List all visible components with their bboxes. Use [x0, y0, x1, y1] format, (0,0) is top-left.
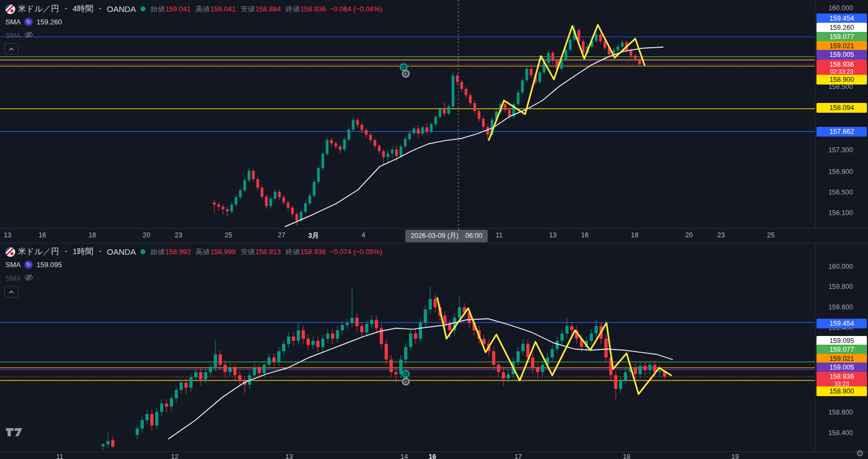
- change-value: −0.074 (−0.05%): [329, 248, 382, 256]
- indicator-row-sma-hidden[interactable]: SMA: [5, 274, 33, 283]
- price-axis-1h[interactable]: 160.000159.800159.600159.400158.600158.4…: [815, 243, 868, 451]
- interval-label[interactable]: 1時間: [73, 247, 93, 257]
- price-label-badge: 159.005: [816, 50, 867, 60]
- ohlc-item: 高値158.998: [195, 247, 235, 257]
- ohlc-values: 始値158.992高値158.998安値158.913終値158.936: [150, 247, 326, 257]
- market-open-dot: [141, 249, 145, 254]
- price-label-badge: 159.005: [816, 363, 867, 372]
- time-tick-label: 13: [4, 231, 11, 239]
- chart-pane-1h[interactable]: [0, 243, 815, 451]
- broker-label[interactable]: OANDA: [107, 247, 136, 256]
- broker-label[interactable]: OANDA: [107, 4, 136, 14]
- time-tick-label: 4: [362, 231, 366, 239]
- symbol-title[interactable]: 米ドル／円: [18, 4, 59, 14]
- crosshair-date-tooltip: 2026-03-09 (月) 06:00: [405, 230, 488, 242]
- time-tick-label: 12: [171, 453, 178, 459]
- time-tick-label: 18: [88, 231, 96, 239]
- time-tick-label: 18: [623, 453, 630, 459]
- price-label-badge: 159.077: [816, 345, 867, 354]
- change-value: −0.064 (−0.04%): [329, 5, 382, 13]
- sma-line[interactable]: [285, 47, 663, 227]
- price-tick-label: 159.600: [815, 302, 866, 312]
- alert-clock-icon[interactable]: [402, 370, 410, 378]
- price-axis-4h[interactable]: 160.000158.500157.300156.900156.500156.1…: [815, 0, 868, 228]
- price-tick-label: 160.000: [815, 262, 866, 271]
- indicator-row-sma-hidden[interactable]: SMA: [5, 31, 33, 40]
- price-label-badge: 157.662: [816, 127, 867, 137]
- price-tick-label: 158.400: [815, 428, 866, 438]
- tradingview-logo[interactable]: [5, 426, 24, 440]
- price-label-badge: 158.094: [816, 103, 867, 113]
- candles: [213, 25, 641, 226]
- price-tick-label: 156.100: [815, 208, 866, 218]
- time-tick-label: 3月: [308, 231, 318, 241]
- time-tick-label: 17: [514, 453, 522, 459]
- alert-clock-icon[interactable]: [402, 378, 410, 386]
- price-label-badge: 159.454: [816, 14, 867, 23]
- zigzag-drawing[interactable]: [489, 25, 644, 140]
- time-tick-label: 11: [56, 453, 63, 459]
- time-tick-label: 23: [717, 231, 725, 239]
- time-tick-label: 14: [400, 453, 408, 459]
- price-tick-label: 160.000: [815, 3, 866, 13]
- ohlc-item: 終値158.936: [285, 4, 326, 14]
- sma-source-icon[interactable]: ↻: [24, 18, 33, 26]
- chart-pane-4h[interactable]: [0, 0, 815, 228]
- time-tick-label: 13: [549, 231, 557, 239]
- gear-icon[interactable]: ⚙: [856, 448, 864, 458]
- time-tick-label: 18: [631, 231, 639, 239]
- usdjpy-flag-icon: [5, 4, 15, 14]
- ohlc-item: 終値158.936: [285, 247, 326, 257]
- time-tick-label: 20: [685, 231, 693, 239]
- ohlc-item: 安値158.884: [240, 4, 280, 14]
- price-label-badge: 159.454: [816, 319, 867, 328]
- price-tick-label: 159.800: [815, 282, 866, 292]
- sma-value: 159.260: [36, 18, 62, 26]
- chart-legend-4h: 米ドル／円 ・ 4時間 ・ OANDA 始値159.041高値159.041安値…: [5, 4, 382, 14]
- price-label-badge: 158.900: [816, 75, 867, 85]
- time-tick-label: 23: [175, 231, 182, 239]
- price-tick-label: 156.900: [815, 167, 866, 177]
- time-tick-label: 27: [278, 231, 285, 239]
- zigzag-drawing[interactable]: [437, 298, 671, 395]
- indicator-row-sma[interactable]: SMA ↻ 159.095: [5, 261, 62, 269]
- candle-countdown: 02:33:23: [816, 68, 867, 75]
- time-tick-label: 25: [767, 231, 775, 239]
- market-open-dot: [141, 7, 145, 11]
- chart-legend-1h: 米ドル／円 ・ 1時間 ・ OANDA 始値158.992高値158.998安値…: [5, 247, 382, 257]
- price-tick-label: 158.600: [815, 408, 866, 417]
- price-label-badge: 159.260: [816, 23, 867, 33]
- alert-clock-icon[interactable]: [402, 70, 410, 78]
- indicator-row-sma[interactable]: SMA ↻ 159.260: [5, 18, 62, 26]
- sma-source-icon[interactable]: ↻: [24, 261, 33, 269]
- time-tick-label: 20: [143, 231, 150, 239]
- eye-hidden-icon[interactable]: [24, 31, 33, 40]
- chevron-up-icon: [9, 290, 14, 294]
- candles: [101, 286, 666, 450]
- time-tick-label: 16: [39, 231, 46, 239]
- price-label-badge: 158.900: [816, 386, 867, 396]
- price-label-badge: 158.93633:23: [816, 372, 867, 388]
- interval-label[interactable]: 4時間: [73, 4, 93, 14]
- time-axis-4h[interactable]: 131618202325273月411131618202325 2026-03-…: [0, 228, 868, 243]
- eye-hidden-icon[interactable]: [24, 274, 33, 283]
- chevron-up-icon: [9, 48, 14, 51]
- pane-collapse-button-4h[interactable]: [4, 43, 18, 55]
- time-tick-label: 19: [731, 453, 739, 459]
- ohlc-item: 高値159.041: [195, 4, 235, 14]
- ohlc-item: 始値159.041: [150, 4, 190, 14]
- sma-value: 159.095: [36, 261, 62, 269]
- price-tick-label: 157.300: [815, 145, 866, 155]
- symbol-title[interactable]: 米ドル／円: [18, 247, 59, 257]
- usdjpy-flag-icon: [5, 247, 15, 257]
- time-tick-label: 25: [225, 231, 232, 239]
- pane-collapse-button-1h[interactable]: [4, 286, 18, 298]
- time-tick-label: 13: [285, 453, 293, 459]
- time-axis-1h[interactable]: 1112131416171819: [0, 451, 868, 459]
- time-tick-label: 11: [496, 231, 503, 239]
- time-tick-label: 16: [429, 453, 436, 459]
- price-tick-label: 156.500: [815, 188, 866, 197]
- ohlc-item: 安値158.913: [240, 247, 280, 257]
- tradingview-multichart: 160.000158.500157.300156.900156.500156.1…: [0, 0, 868, 459]
- price-label-badge: 159.077: [816, 32, 867, 42]
